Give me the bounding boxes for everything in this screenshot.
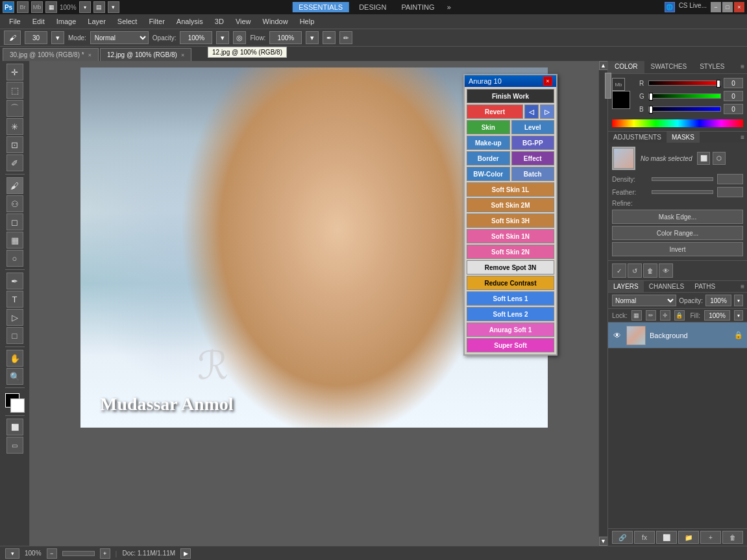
new-layer-btn[interactable]: + bbox=[700, 531, 721, 544]
feather-slider[interactable] bbox=[652, 190, 713, 194]
mini-bridge-icon[interactable]: Mb bbox=[31, 1, 43, 13]
tab-30jpg[interactable]: 30.jpg @ 100% (RGB/8) * × bbox=[3, 48, 99, 61]
soft-skin-2m-btn[interactable]: Soft Skin 2M bbox=[467, 198, 554, 212]
add-mask-btn[interactable]: ⬜ bbox=[656, 531, 677, 544]
tab-masks[interactable]: MASKS bbox=[667, 132, 700, 143]
adj-delete-btn[interactable]: 🗑 bbox=[643, 263, 657, 278]
batch-btn[interactable]: Batch bbox=[511, 167, 555, 181]
soft-lens-2-btn[interactable]: Soft Lens 2 bbox=[467, 307, 554, 321]
feather-input[interactable] bbox=[717, 187, 743, 197]
menu-analysis[interactable]: Analysis bbox=[171, 16, 208, 27]
soft-lens-1-btn[interactable]: Soft Lens 1 bbox=[467, 291, 554, 306]
tab-adjustments[interactable]: ADJUSTMENTS bbox=[608, 132, 667, 143]
lock-all-icon[interactable]: 🔒 bbox=[674, 310, 685, 321]
adj-visibility-btn[interactable]: 👁 bbox=[659, 263, 673, 278]
menu-filter[interactable]: Filter bbox=[143, 16, 169, 27]
blend-mode-select[interactable]: Normal bbox=[90, 31, 149, 44]
delete-layer-btn[interactable]: 🗑 bbox=[722, 531, 743, 544]
finish-work-btn[interactable]: Finish Work bbox=[467, 89, 554, 103]
menu-view[interactable]: View bbox=[230, 16, 256, 27]
text-tool[interactable]: T bbox=[6, 291, 23, 308]
invert-btn[interactable]: Invert bbox=[612, 242, 743, 256]
remove-spot-btn[interactable]: Remove Spot 3N bbox=[467, 260, 554, 274]
g-input[interactable] bbox=[724, 91, 743, 101]
canvas-size-icon[interactable]: ▦ bbox=[45, 1, 57, 13]
soft-skin-2n-btn[interactable]: Soft Skin 2N bbox=[467, 245, 554, 259]
spectrum-bar[interactable] bbox=[612, 119, 743, 127]
anurag-soft-1-btn[interactable]: Anurag Soft 1 bbox=[467, 323, 554, 337]
layer-visibility-icon[interactable]: 👁 bbox=[612, 330, 622, 341]
close-btn[interactable]: × bbox=[734, 2, 744, 12]
screen-mode-icon[interactable]: ▭ bbox=[6, 437, 23, 454]
brush-size-input[interactable] bbox=[25, 31, 47, 44]
flow-arrow[interactable]: ▾ bbox=[306, 31, 319, 44]
menu-layer[interactable]: Layer bbox=[82, 16, 111, 27]
tab-styles[interactable]: STYLES bbox=[693, 61, 731, 73]
foreground-background-colors[interactable] bbox=[5, 393, 25, 413]
opacity-arrow[interactable]: ▾ bbox=[216, 31, 229, 44]
lock-move-icon[interactable]: ✛ bbox=[660, 310, 670, 321]
zoom-tool[interactable]: 🔍 bbox=[6, 368, 23, 385]
path-select-tool[interactable]: ▷ bbox=[6, 309, 23, 326]
zoom-icon[interactable]: ▾ bbox=[79, 1, 91, 13]
brush-preset-icon[interactable]: ▾ bbox=[51, 31, 64, 44]
anurag-titlebar[interactable]: Anurag 10 × bbox=[465, 75, 556, 87]
bg-pp-btn[interactable]: BG-PP bbox=[511, 136, 555, 150]
menu-3d[interactable]: 3D bbox=[210, 16, 229, 27]
tab-channels[interactable]: CHANNELS bbox=[644, 281, 689, 292]
adj-reset-btn[interactable]: ↺ bbox=[628, 263, 642, 278]
revert-btn[interactable]: Revert bbox=[467, 104, 523, 119]
brush-tool[interactable]: 🖌 bbox=[6, 177, 23, 194]
undo-btn[interactable]: ◁ bbox=[524, 104, 539, 119]
r-slider[interactable] bbox=[648, 80, 721, 86]
menu-edit[interactable]: Edit bbox=[27, 16, 50, 27]
density-slider[interactable] bbox=[652, 177, 713, 181]
statusbar-menu[interactable]: ▾ bbox=[5, 548, 19, 559]
menu-image[interactable]: Image bbox=[51, 16, 82, 27]
cs-live-label[interactable]: CS Live... bbox=[676, 2, 709, 12]
pen-tool[interactable]: ✒ bbox=[6, 273, 23, 289]
lock-paint-icon[interactable]: ✏ bbox=[646, 310, 656, 321]
soft-skin-1l-btn[interactable]: Soft Skin 1L bbox=[467, 182, 554, 197]
hand-tool[interactable]: ✋ bbox=[6, 350, 23, 367]
fill-input[interactable] bbox=[704, 310, 730, 321]
tab-30jpg-close[interactable]: × bbox=[88, 52, 92, 58]
scroll-thumb[interactable] bbox=[605, 73, 611, 99]
r-thumb[interactable] bbox=[716, 80, 720, 88]
tablet-size-icon[interactable]: ✏ bbox=[339, 31, 352, 44]
r-input[interactable] bbox=[724, 78, 743, 88]
redo-btn[interactable]: ▷ bbox=[540, 104, 554, 119]
menu-window[interactable]: Window bbox=[258, 16, 293, 27]
level-btn[interactable]: Level bbox=[511, 120, 555, 134]
g-slider[interactable] bbox=[648, 93, 721, 99]
tab-color[interactable]: COLOR bbox=[608, 61, 644, 73]
density-input[interactable] bbox=[717, 174, 743, 184]
eyedropper-tool[interactable]: ✐ bbox=[6, 154, 23, 171]
add-style-btn[interactable]: fx bbox=[634, 531, 655, 544]
tab-paths[interactable]: PATHS bbox=[689, 281, 720, 292]
super-soft-btn[interactable]: Super Soft bbox=[467, 338, 554, 352]
tab-swatches[interactable]: SWATCHES bbox=[644, 61, 694, 73]
eraser-tool[interactable]: ◻ bbox=[6, 213, 23, 230]
layer-blend-mode[interactable]: Normal bbox=[612, 295, 676, 306]
dodge-tool[interactable]: ○ bbox=[6, 250, 23, 267]
soft-skin-1n-btn[interactable]: Soft Skin 1N bbox=[467, 229, 554, 243]
opacity-input[interactable] bbox=[705, 295, 731, 306]
skin-btn[interactable]: Skin bbox=[467, 120, 510, 134]
minimize-btn[interactable]: − bbox=[711, 2, 721, 12]
mask-edge-btn[interactable]: Mask Edge... bbox=[612, 210, 743, 224]
more-workspaces[interactable]: » bbox=[443, 2, 455, 12]
crop-tool[interactable]: ⊡ bbox=[6, 136, 23, 153]
color-panel-menu[interactable]: ≡ bbox=[738, 61, 747, 73]
reduce-contrast-btn[interactable]: Reduce Contrast bbox=[467, 276, 554, 290]
b-slider[interactable] bbox=[648, 106, 721, 112]
layers-panel-menu[interactable]: ≡ bbox=[738, 281, 747, 292]
painting-tab[interactable]: PAINTING bbox=[395, 2, 441, 12]
add-vector-mask-icon[interactable]: ⬡ bbox=[713, 152, 726, 165]
bw-color-btn[interactable]: BW-Color bbox=[467, 167, 510, 181]
shape-tool[interactable]: □ bbox=[6, 327, 23, 344]
anurag-close-btn[interactable]: × bbox=[543, 77, 552, 86]
canvas-vscroll[interactable]: ▲ ▼ bbox=[598, 61, 607, 546]
move-tool[interactable]: ✛ bbox=[6, 64, 23, 80]
lasso-tool[interactable]: ⌒ bbox=[6, 100, 23, 117]
